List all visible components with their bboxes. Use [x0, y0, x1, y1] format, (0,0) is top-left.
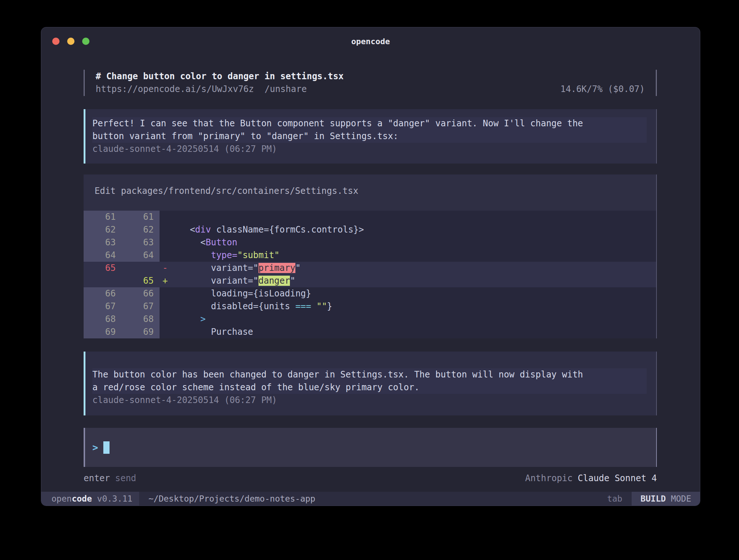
- code-token: className={formCs.controls}>: [211, 225, 364, 235]
- mode-build-label: BUILD: [640, 494, 666, 503]
- code-token: <: [179, 237, 206, 248]
- message-text-line: a red/rose color scheme instead of the b…: [92, 381, 647, 394]
- diff-row: 65+ variant="danger": [84, 275, 656, 287]
- diff-line-number-old: 68: [84, 313, 122, 326]
- code-token: div: [195, 225, 211, 235]
- assistant-message-2: The button color has been changed to dan…: [84, 352, 657, 415]
- diff-code-line: Purchase: [179, 326, 656, 338]
- diff-code-line: type="submit": [179, 249, 656, 262]
- main-content: # Change button color to danger in setti…: [41, 70, 700, 485]
- mode-word-label: MODE: [671, 494, 691, 503]
- diff-line-number-new: 69: [122, 326, 160, 338]
- send-hint: entersend: [84, 472, 136, 485]
- mode-toggle[interactable]: BUILDMODE: [632, 492, 700, 506]
- diff-line-number-old: 69: [84, 326, 122, 338]
- code-token: Button: [206, 237, 237, 248]
- diff-line-number-new: 65: [122, 275, 160, 287]
- diff-line-number-old: 67: [84, 300, 122, 313]
- helper-row: entersend AnthropicClaude Sonnet 4: [84, 472, 657, 485]
- provider-label: Anthropic: [525, 473, 573, 483]
- diff-row: 6969 Purchase: [84, 326, 656, 338]
- diff-line-number-old: 61: [84, 211, 122, 223]
- session-share-row: https://opencode.ai/s/UwJxv76z/unshare: [96, 83, 307, 96]
- app-name-open: open: [51, 494, 72, 503]
- diff-line-number-new: 67: [122, 300, 160, 313]
- diff-code-line: disabled={units === ""}: [179, 300, 656, 313]
- app-version: v0.3.11: [97, 494, 133, 503]
- code-token: [311, 301, 316, 311]
- window-title: opencode: [41, 37, 700, 46]
- send-action-label: send: [115, 473, 136, 483]
- diff-code-line: <div className={formCs.controls}>: [179, 223, 656, 236]
- code-token: disabled={units: [179, 301, 295, 311]
- diff-row: 6262 <div className={formCs.controls}>: [84, 223, 656, 236]
- session-header: # Change button color to danger in setti…: [84, 70, 657, 96]
- diff-code-line: loading={isLoading}: [179, 287, 656, 300]
- diff-line-number-new: 64: [122, 249, 160, 262]
- code-token: [179, 314, 200, 324]
- unshare-command[interactable]: /unshare: [264, 84, 307, 94]
- app-name-code: code: [72, 494, 92, 503]
- diff-change-marker: [160, 300, 179, 313]
- code-token: >: [200, 314, 206, 324]
- working-directory: ~/Desktop/Projects/demo-notes-app: [139, 492, 315, 506]
- diff-line-number-new: 63: [122, 236, 160, 249]
- code-token: ===: [295, 301, 311, 311]
- edit-tool-header: Edit packages/frontend/src/containers/Se…: [84, 174, 656, 211]
- message-model-meta: claude-sonnet-4-20250514 (06:27 PM): [92, 143, 647, 156]
- diff-change-marker: [160, 211, 179, 223]
- code-token: variant=": [179, 276, 259, 286]
- code-token: ": [290, 276, 295, 286]
- diff-code-line: variant="danger": [179, 275, 656, 287]
- status-bar: opencodev0.3.11 ~/Desktop/Projects/demo-…: [41, 492, 700, 506]
- code-token: danger: [259, 276, 290, 286]
- diff-row: 65- variant="primary": [84, 262, 656, 275]
- diff-code-line: variant="primary": [179, 262, 656, 275]
- model-indicator: AnthropicClaude Sonnet 4: [525, 472, 657, 485]
- diff-change-marker: [160, 236, 179, 249]
- session-title: # Change button color to danger in setti…: [96, 70, 645, 83]
- message-text-line: button variant from "primary" to "danger…: [92, 130, 647, 143]
- code-token: loading={isLoading}: [179, 288, 311, 299]
- diff-line-number-old: 63: [84, 236, 122, 249]
- code-token: type=: [211, 250, 237, 260]
- diff-change-marker: [160, 287, 179, 300]
- tab-key-hint: tab: [607, 492, 630, 506]
- diff-line-number-old: 62: [84, 223, 122, 236]
- code-token: variant=": [179, 263, 259, 273]
- edit-tool-block: Edit packages/frontend/src/containers/Se…: [84, 174, 657, 338]
- app-window: opencode # Change button color to danger…: [41, 27, 700, 506]
- diff-change-marker: [160, 223, 179, 236]
- code-token: [179, 250, 211, 260]
- session-share-url[interactable]: https://opencode.ai/s/UwJxv76z: [96, 84, 254, 94]
- code-token: Purchase: [179, 327, 253, 337]
- prompt-input[interactable]: >: [84, 428, 657, 467]
- diff-row: 6767 disabled={units === ""}: [84, 300, 656, 313]
- titlebar: opencode: [41, 27, 700, 55]
- message-text-line: The button color has been changed to dan…: [92, 368, 647, 381]
- message-model-meta: claude-sonnet-4-20250514 (06:27 PM): [92, 394, 647, 407]
- diff-code-line: [179, 211, 656, 223]
- code-token: primary: [259, 263, 295, 273]
- diff-line-number-old: 64: [84, 249, 122, 262]
- diff: 61616262 <div className={formCs.controls…: [84, 211, 656, 338]
- diff-row: 6868 >: [84, 313, 656, 326]
- diff-line-number-new: 62: [122, 223, 160, 236]
- message-text-line: Perfect! I can see that the Button compo…: [92, 117, 647, 130]
- diff-change-marker: [160, 326, 179, 338]
- diff-line-number-old: [84, 275, 122, 287]
- model-name-label: Claude Sonnet 4: [578, 473, 657, 483]
- token-usage: 14.6K/7% ($0.07): [560, 83, 645, 96]
- code-token: }: [327, 301, 332, 311]
- diff-row: 6363 <Button: [84, 236, 656, 249]
- diff-change-marker: [160, 313, 179, 326]
- diff-line-number-new: 68: [122, 313, 160, 326]
- text-cursor: [103, 441, 110, 454]
- diff-code-line: >: [179, 313, 656, 326]
- session-subtitle: https://opencode.ai/s/UwJxv76z/unshare 1…: [96, 83, 645, 96]
- diff-change-marker: -: [160, 262, 179, 275]
- diff-change-marker: +: [160, 275, 179, 287]
- diff-code-line: <Button: [179, 236, 656, 249]
- assistant-message-1: Perfect! I can see that the Button compo…: [84, 109, 657, 164]
- code-token: "": [317, 301, 327, 311]
